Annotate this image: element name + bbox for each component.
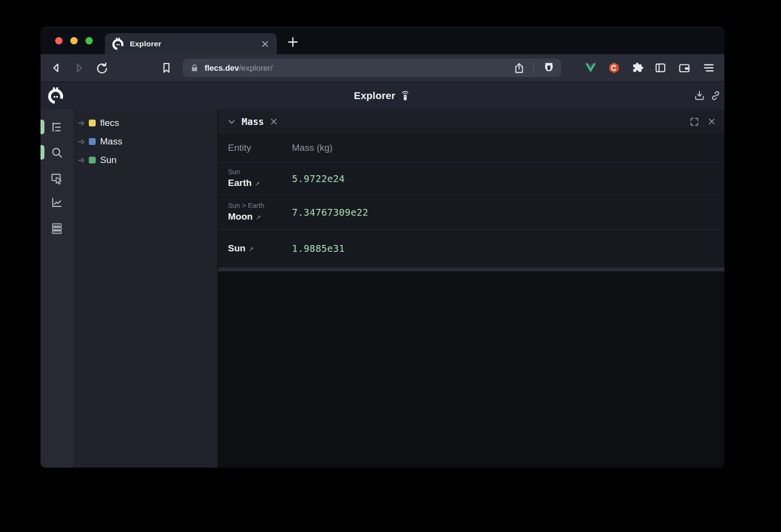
tree-view-icon[interactable] <box>50 121 63 134</box>
active-indicator <box>41 120 44 134</box>
flecs-logo-icon <box>47 87 64 104</box>
fullscreen-icon[interactable] <box>689 117 699 127</box>
window-close-button[interactable] <box>55 37 62 44</box>
window-controls <box>55 27 93 54</box>
query-tab-close-icon[interactable] <box>269 117 278 126</box>
expand-arrow-icon[interactable] <box>78 138 86 146</box>
tree-item-mass[interactable]: Mass <box>73 132 217 151</box>
lock-icon <box>190 63 199 73</box>
browser-tab-bar: Explorer <box>41 27 724 54</box>
column-header-entity: Entity <box>218 143 292 153</box>
expand-arrow-icon[interactable] <box>78 119 86 127</box>
table-header-row: Entity Mass (kg) <box>218 134 724 163</box>
inspector-icon[interactable] <box>50 172 63 185</box>
query-panel-empty-area <box>218 271 724 468</box>
vue-devtools-extension-icon[interactable] <box>584 61 597 74</box>
wallet-icon[interactable] <box>678 61 691 74</box>
expand-arrow-icon[interactable] <box>78 156 86 164</box>
entity-parent-path: Sun > Earth <box>228 202 292 210</box>
window-minimize-button[interactable] <box>70 37 78 44</box>
url-path: /explorer/ <box>239 63 273 72</box>
entity-parent-path: Sun <box>228 168 292 176</box>
remote-connection-icon[interactable] <box>400 90 411 102</box>
new-tab-button[interactable] <box>287 36 299 48</box>
external-link-icon: ↗ <box>256 214 261 221</box>
external-link-icon: ↗ <box>248 246 254 253</box>
mass-value: 5.9722e24 <box>292 173 345 184</box>
reload-button[interactable] <box>96 61 109 75</box>
page-title: Explorer <box>354 90 411 102</box>
bookmark-icon[interactable] <box>160 61 173 75</box>
entity-color-swatch <box>89 138 96 145</box>
hexagon-extension-icon[interactable] <box>608 61 620 74</box>
table-row[interactable]: Sun↗ 1.9885e31 <box>218 229 724 267</box>
table-bottom-divider <box>218 267 724 271</box>
browser-tab[interactable]: Explorer <box>105 33 277 54</box>
query-tab-label: Mass <box>242 116 264 127</box>
chevron-down-icon[interactable] <box>226 117 237 127</box>
sidebar-toggle-icon[interactable] <box>654 61 667 74</box>
entity-tree-panel: flecs Mass Sun <box>73 109 217 468</box>
mass-value: 1.9885e31 <box>292 243 345 254</box>
url-text: flecs.dev/explorer/ <box>205 63 513 73</box>
back-button[interactable] <box>50 61 63 75</box>
download-icon[interactable] <box>694 90 706 102</box>
page-title-text: Explorer <box>354 90 395 102</box>
desktop-background: Explorer <box>0 0 781 532</box>
tab-title: Explorer <box>130 40 260 48</box>
link-icon[interactable] <box>710 90 722 102</box>
table-row[interactable]: Sun Earth↗ 5.9722e24 <box>218 163 724 195</box>
active-indicator <box>41 145 44 160</box>
browser-toolbar: flecs.dev/explorer/ <box>41 54 724 82</box>
entity-name-link[interactable]: Moon↗ <box>228 211 292 224</box>
entity-name-link[interactable]: Earth↗ <box>228 177 292 190</box>
mass-value: 7.34767309e22 <box>292 207 369 218</box>
tree-item-sun[interactable]: Sun <box>73 151 217 169</box>
url-domain: flecs.dev <box>205 63 239 72</box>
forward-button[interactable] <box>73 61 86 75</box>
extensions-puzzle-icon[interactable] <box>631 61 644 74</box>
tree-item-label: Sun <box>100 155 117 165</box>
entity-color-swatch <box>89 120 96 126</box>
query-panel-header: Mass <box>218 109 724 134</box>
tree-item-label: Mass <box>100 136 122 147</box>
browser-window: Explorer <box>41 27 724 468</box>
address-bar[interactable]: flecs.dev/explorer/ <box>183 59 561 77</box>
menu-icon[interactable] <box>702 61 715 74</box>
column-header-mass: Mass (kg) <box>292 143 332 153</box>
divider <box>534 62 534 74</box>
explorer-header: Explorer <box>41 82 724 109</box>
main-content: flecs Mass Sun <box>41 109 724 468</box>
share-icon[interactable] <box>513 62 525 74</box>
search-icon[interactable] <box>50 146 63 159</box>
entity-name-link[interactable]: Sun↗ <box>228 243 292 255</box>
panel-close-icon[interactable] <box>707 117 716 126</box>
chart-icon[interactable] <box>50 196 63 209</box>
table-row[interactable]: Sun > Earth Moon↗ 7.34767309e22 <box>218 195 724 229</box>
window-zoom-button[interactable] <box>85 37 93 44</box>
brave-shield-icon[interactable] <box>542 61 555 75</box>
activity-sidebar <box>41 109 73 468</box>
tree-item-label: flecs <box>100 118 119 128</box>
tab-close-icon[interactable] <box>260 39 270 49</box>
external-link-icon: ↗ <box>255 180 260 187</box>
entity-color-swatch <box>89 157 96 164</box>
flecs-favicon-icon <box>112 38 124 50</box>
tree-item-flecs[interactable]: flecs <box>73 114 217 132</box>
query-panel: Mass Entity Mass (kg) <box>217 109 724 468</box>
memory-icon[interactable] <box>50 222 63 235</box>
